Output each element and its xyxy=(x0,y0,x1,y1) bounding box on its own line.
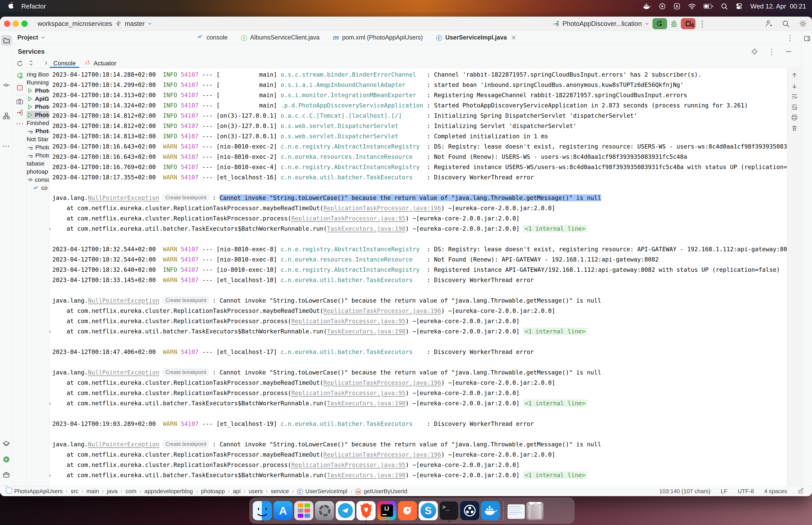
breadcrumb-userserviceimpl[interactable]: CUserServiceImpl xyxy=(297,488,347,495)
locate-icon[interactable] xyxy=(751,48,758,55)
tree-item-photo[interactable]: Photo xyxy=(27,87,49,95)
stack-frame-link[interactable]: TaskExecutors.java:190 xyxy=(327,472,405,479)
unlocked-icon[interactable] xyxy=(797,487,804,495)
print-icon[interactable] xyxy=(791,114,798,122)
stack-frame-link[interactable]: ReplicationTaskProcessor.java:196 xyxy=(323,379,441,386)
dock-item-skype[interactable]: S xyxy=(419,501,438,520)
exception-link[interactable]: NullPointerException xyxy=(88,441,159,448)
stop-icon[interactable] xyxy=(16,84,24,92)
scroll-to-end-icon[interactable] xyxy=(791,104,798,111)
breadcrumb-photoappapiusers[interactable]: PhotoAppApiUsers xyxy=(6,487,63,495)
stack-frame-link[interactable]: ReplicationTaskProcessor.java:95 xyxy=(291,390,405,396)
stack-frame-link[interactable]: ReplicationTaskProcessor.java:196 xyxy=(323,308,441,314)
refresh-icon[interactable] xyxy=(16,60,24,68)
more-icon[interactable]: ⋮ xyxy=(698,19,706,28)
stack-frame-link[interactable]: ReplicationTaskProcessor.java:95 xyxy=(291,461,405,468)
dock-item-terminal[interactable]: >_ xyxy=(439,501,459,520)
fold-arrow-icon[interactable]: › xyxy=(49,398,51,408)
expand-all-icon[interactable] xyxy=(28,60,34,67)
tree-item-photo[interactable]: Photo xyxy=(27,143,49,151)
fold-arrow-icon[interactable]: › xyxy=(49,326,51,336)
breadcrumb-service[interactable]: service xyxy=(271,488,289,495)
breadcrumb-main[interactable]: main xyxy=(87,488,99,495)
minimize-window-button[interactable] xyxy=(13,20,19,27)
breadcrumb-src[interactable]: src xyxy=(71,488,78,495)
tree-item-finished[interactable]: Finished xyxy=(27,119,49,127)
zoom-window-button[interactable] xyxy=(21,20,28,27)
clear-all-icon[interactable] xyxy=(791,124,798,132)
more-tools-icon[interactable]: ⋯ xyxy=(2,141,11,150)
stop-button[interactable]: 4 xyxy=(681,18,695,29)
tree-item-running[interactable]: Running xyxy=(27,78,49,87)
input-source-icon[interactable]: A xyxy=(673,3,680,10)
dock-item-trash[interactable] xyxy=(526,501,543,520)
debug-button[interactable] xyxy=(670,19,678,28)
tab-options-icon[interactable]: ⋮ xyxy=(786,33,794,42)
spotlight-icon[interactable] xyxy=(721,3,728,10)
caret-position[interactable]: 103:140 (107 chars) xyxy=(659,488,710,495)
editor-tab-console[interactable]: console xyxy=(190,31,234,44)
more-icon[interactable]: ⋮ xyxy=(768,47,775,56)
breadcrumb-com[interactable]: com xyxy=(126,488,136,495)
stack-frame-link[interactable]: TaskExecutors.java:190 xyxy=(327,225,405,232)
screen-mirroring-icon[interactable] xyxy=(659,3,666,10)
scroll-down-icon[interactable] xyxy=(791,82,798,90)
exception-link[interactable]: NullPointerException xyxy=(88,194,159,201)
hide-icon[interactable] xyxy=(785,48,792,55)
project-header[interactable]: Project xyxy=(17,31,46,44)
exception-link[interactable]: NullPointerException xyxy=(88,297,159,304)
dock-item-system-settings[interactable] xyxy=(315,501,334,520)
close-icon[interactable]: ✕ xyxy=(511,34,516,41)
tree-item-tabase[interactable]: tabase xyxy=(27,160,49,167)
rerun-button[interactable] xyxy=(653,18,667,29)
dock-item-minimized-window[interactable] xyxy=(507,502,525,519)
exit-icon[interactable] xyxy=(16,109,24,117)
tree-item-not-star[interactable]: Not Star xyxy=(27,135,49,143)
tree-item-photoap[interactable]: photoap xyxy=(27,167,49,176)
more-icon[interactable]: ⋯ xyxy=(16,119,24,128)
layout-icon[interactable] xyxy=(803,35,811,43)
stack-frame-link[interactable]: TaskExecutors.java:190 xyxy=(327,328,405,335)
dock-item-telegram[interactable] xyxy=(336,501,355,520)
dock-item-app-store[interactable]: A xyxy=(274,501,293,520)
camera-icon[interactable] xyxy=(16,97,24,106)
branch-switcher[interactable]: master xyxy=(117,17,152,31)
stack-frame-link[interactable]: ReplicationTaskProcessor.java:196 xyxy=(323,205,441,212)
soft-wrap-icon[interactable] xyxy=(791,93,798,101)
breadcrumb-users[interactable]: users xyxy=(249,488,263,495)
run-configuration[interactable]: PhotoAppDiscover...lication xyxy=(562,20,642,28)
create-breakpoint-button[interactable]: Create breakpoint xyxy=(163,440,209,448)
dock-item-launchpad[interactable] xyxy=(294,501,313,520)
build-icon[interactable] xyxy=(2,471,10,480)
stack-frame-link[interactable]: ReplicationTaskProcessor.java:95 xyxy=(291,215,405,222)
tree-item-photo[interactable]: Photo xyxy=(27,127,49,135)
dock-item-intellij-idea[interactable]: IJ xyxy=(377,501,396,520)
code-with-me-icon[interactable] xyxy=(765,19,773,28)
create-breakpoint-button[interactable]: Create breakpoint xyxy=(163,194,209,201)
stack-frame-link[interactable]: ReplicationTaskProcessor.java:95 xyxy=(291,318,405,325)
tree-item-apiga[interactable]: ApiGa xyxy=(27,95,49,103)
stack-frame-link[interactable]: TaskExecutors.java:190 xyxy=(327,400,405,407)
settings-icon[interactable] xyxy=(799,19,807,28)
stack-frame-link[interactable]: ReplicationTaskProcessor.java:196 xyxy=(323,451,441,458)
exception-link[interactable]: NullPointerException xyxy=(88,369,159,376)
breadcrumb-photoapp[interactable]: photoapp xyxy=(201,488,225,495)
tree-item-photo[interactable]: Photo xyxy=(27,111,49,119)
tree-item-photo[interactable]: Photo xyxy=(27,103,49,111)
docker-menu-icon[interactable] xyxy=(643,3,651,10)
dock-item-finder[interactable] xyxy=(253,501,272,520)
tree-item-photo[interactable]: Photo xyxy=(27,151,49,160)
project-icon[interactable] xyxy=(1,35,12,46)
structure-icon[interactable] xyxy=(2,112,10,121)
file-encoding[interactable]: UTF-8 xyxy=(738,488,754,495)
dock-item-docker[interactable] xyxy=(481,501,500,520)
breadcrumb-getuserbyuserid[interactable]: mgetUserByUserId xyxy=(355,488,408,495)
wifi-icon[interactable] xyxy=(688,3,696,10)
create-breakpoint-button[interactable]: Create breakpoint xyxy=(163,297,209,304)
menu-clock[interactable]: Wed 12. Apr 00:21 xyxy=(750,3,806,10)
breadcrumb-api[interactable]: api xyxy=(233,488,241,495)
close-window-button[interactable] xyxy=(4,20,10,27)
battery-icon[interactable] xyxy=(703,3,713,9)
layers-icon[interactable] xyxy=(2,440,10,449)
tree-item-conso[interactable]: conso xyxy=(27,176,49,184)
